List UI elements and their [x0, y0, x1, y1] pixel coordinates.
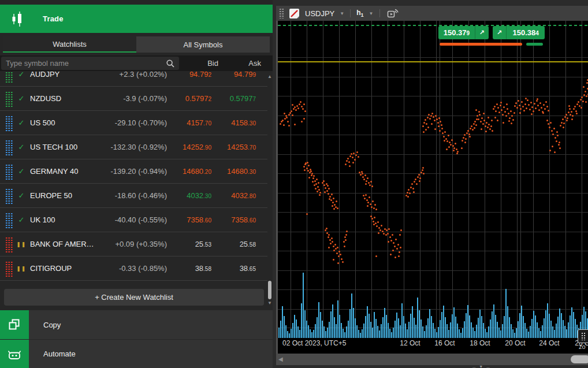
- panel-collapse-control[interactable]: ▂ ▼ ▂: [472, 365, 491, 368]
- scroll-up-icon[interactable]: ▲: [267, 74, 273, 79]
- volume-bar: [374, 312, 375, 338]
- menu-item-copy[interactable]: Copy: [0, 310, 273, 339]
- tab-all-symbols[interactable]: All Symbols: [136, 36, 270, 53]
- chart-type-icon[interactable]: [289, 9, 299, 18]
- table-row[interactable]: ✓US 500-29.10 (-0.70%)4157.704158.30: [0, 111, 267, 135]
- scatter-dot: [289, 112, 291, 114]
- symbol-dropdown-icon[interactable]: ▼: [340, 11, 344, 16]
- scroll-down-icon[interactable]: ▼: [267, 300, 273, 306]
- create-watchlist-button[interactable]: + Create New Watchlist: [4, 289, 264, 306]
- row-drag-handle[interactable]: [5, 115, 13, 131]
- scatter-dot: [407, 192, 408, 194]
- buy-price-badge[interactable]: ↗ 150.384: [493, 26, 545, 39]
- scatter-dot: [377, 221, 379, 223]
- timeframe-selector[interactable]: h1: [356, 9, 363, 18]
- scatter-dot: [514, 105, 516, 107]
- scatter-dot: [308, 165, 310, 166]
- table-row[interactable]: ✓US TECH 100-132.30 (-0.92%)14252.901425…: [0, 135, 267, 159]
- scatter-dot: [516, 107, 518, 109]
- row-drag-handle[interactable]: [5, 212, 13, 228]
- volume-bar: [455, 317, 456, 338]
- scatter-dot: [373, 207, 375, 209]
- bid-value[interactable]: 25.53: [167, 240, 211, 248]
- row-drag-handle[interactable]: [5, 188, 13, 204]
- volume-bar: [524, 323, 526, 338]
- search-input[interactable]: [1, 59, 166, 68]
- chart-h-scrollbar[interactable]: ◀: [276, 354, 588, 365]
- table-row[interactable]: ✓NZDUSD-3.9 (-0.07%)0.579720.57977: [0, 87, 267, 111]
- bid-value[interactable]: 14252.90: [167, 143, 211, 151]
- gridline: [278, 135, 588, 135]
- chart-symbol-label[interactable]: USDJPY: [305, 9, 334, 18]
- scatter-dot: [367, 202, 369, 203]
- volume-bar: [303, 273, 304, 338]
- h-scrollbar-handle[interactable]: [571, 355, 588, 363]
- table-row[interactable]: ❚❚CITIGROUP-0.33 (-0.85%)38.5838.65: [0, 257, 267, 281]
- table-row[interactable]: ❚❚BANK OF AMER…+0.09 (+0.35%)25.5325.58: [0, 232, 267, 257]
- ask-value[interactable]: 38.65: [211, 264, 256, 273]
- table-row[interactable]: ✓GERMANY 40-139.20 (-0.94%)14680.2014680…: [0, 159, 267, 184]
- sell-price-badge[interactable]: 150.379 ↗: [438, 26, 489, 39]
- chart-plot-area[interactable]: 150.379 ↗ ↗ 150.384 02 Oct 2023, UTC+512…: [276, 21, 588, 354]
- bid-value[interactable]: 0.57972: [167, 94, 211, 103]
- bid-value[interactable]: 14680.20: [167, 167, 211, 176]
- volume-bar: [343, 329, 344, 338]
- volume-bar: [395, 321, 396, 338]
- scatter-dot: [325, 229, 326, 231]
- sell-arrow-icon: ↗: [475, 26, 489, 39]
- ask-value[interactable]: 0.57977: [211, 94, 256, 103]
- row-drag-handle[interactable]: [5, 236, 13, 252]
- scroll-left-icon[interactable]: ◀: [278, 354, 283, 365]
- ask-value[interactable]: 4032.80: [211, 191, 256, 200]
- scatter-dot: [444, 140, 445, 142]
- scatter-dot: [366, 180, 367, 182]
- ask-value[interactable]: 14253.70: [211, 143, 256, 151]
- row-drag-handle[interactable]: [5, 261, 13, 277]
- ask-value[interactable]: 25.58: [211, 240, 256, 248]
- scatter-dot: [470, 128, 471, 129]
- scatter-dot: [524, 103, 526, 105]
- scrollbar-handle[interactable]: [268, 281, 271, 299]
- timeframe-dropdown-icon[interactable]: ▼: [369, 11, 374, 16]
- bid-value[interactable]: 38.58: [167, 264, 211, 273]
- table-row[interactable]: ✓UK 100-40.40 (-0.55%)7358.607358.60: [0, 208, 267, 232]
- row-drag-handle[interactable]: [5, 91, 13, 107]
- scatter-dot: [580, 107, 582, 109]
- scatter-dot: [472, 129, 474, 131]
- ask-value[interactable]: 94.799: [211, 71, 256, 79]
- ask-value[interactable]: 14680.30: [211, 167, 256, 176]
- ask-value[interactable]: 4158.30: [211, 118, 256, 127]
- volume-bar: [356, 325, 358, 338]
- table-row[interactable]: ✓AUDJPY+2.3 (+0.02%)94.79294.799: [0, 71, 267, 87]
- zoom-control[interactable]: 4: [578, 329, 588, 343]
- volume-bar: [325, 331, 326, 338]
- detach-chart-icon[interactable]: [387, 9, 399, 18]
- volume-bar: [363, 324, 364, 338]
- volume-bar: [547, 303, 548, 338]
- row-drag-handle[interactable]: [5, 163, 13, 180]
- bid-value[interactable]: 4157.70: [167, 118, 211, 127]
- volume-bar: [464, 321, 465, 338]
- volume-bar: [372, 328, 373, 338]
- volume-bar: [344, 332, 345, 338]
- bid-value[interactable]: 7358.60: [167, 215, 211, 224]
- tab-watchlists[interactable]: Watchlists: [3, 36, 136, 53]
- bid-value[interactable]: 4032.30: [167, 191, 211, 200]
- scatter-dot: [480, 121, 482, 122]
- bid-value[interactable]: 94.792: [167, 71, 211, 79]
- chart-drag-handle[interactable]: [279, 8, 284, 18]
- table-row[interactable]: ✓EUROPE 50-18.60 (-0.46%)4032.304032.80: [0, 184, 267, 208]
- symbol-search[interactable]: [1, 57, 179, 70]
- watchlist-scrollbar[interactable]: ▲ ▼: [267, 74, 273, 305]
- scatter-dot: [486, 122, 487, 124]
- scatter-dot: [302, 108, 304, 110]
- row-drag-handle[interactable]: [5, 139, 13, 155]
- scatter-dot: [312, 181, 314, 183]
- volume-bar: [478, 318, 479, 338]
- ask-value[interactable]: 7358.60: [211, 215, 256, 224]
- menu-item-automate[interactable]: Automate: [0, 340, 273, 368]
- scatter-dot: [423, 122, 425, 124]
- change-value: +2.3 (+0.02%): [99, 71, 167, 79]
- row-drag-handle[interactable]: [5, 71, 13, 83]
- scatter-dot: [449, 142, 451, 143]
